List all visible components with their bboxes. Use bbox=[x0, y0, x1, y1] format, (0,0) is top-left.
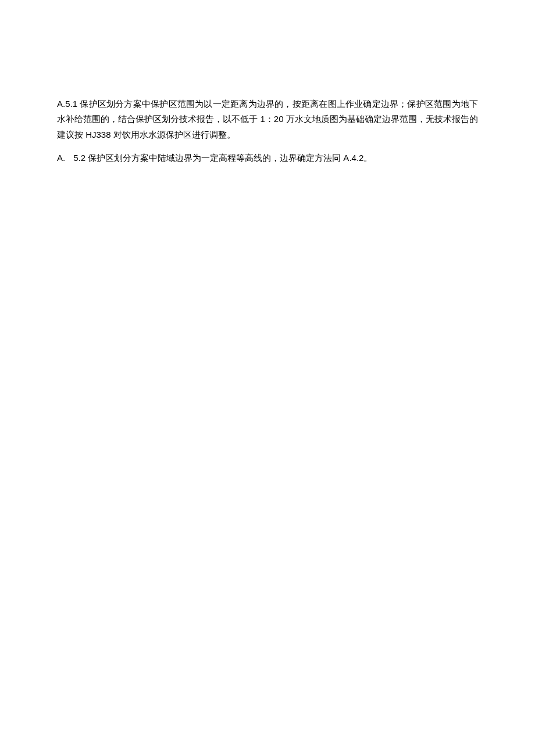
paragraph-text: 5.2 保护区划分方案中陆域边界为一定高程等高线的，边界确定方法同 A.4.2。 bbox=[73, 151, 478, 166]
list-marker: A. bbox=[57, 151, 65, 166]
list-gap bbox=[65, 151, 73, 166]
paragraph-text: A.5.1 保护区划分方案中保护区范围为以一定距离为边界的，按距离在图上作业确定… bbox=[57, 99, 478, 139]
paragraph-a51: A.5.1 保护区划分方案中保护区范围为以一定距离为边界的，按距离在图上作业确定… bbox=[57, 96, 478, 142]
paragraph-a52: A. 5.2 保护区划分方案中陆域边界为一定高程等高线的，边界确定方法同 A.4… bbox=[57, 151, 478, 166]
document-page: A.5.1 保护区划分方案中保护区范围为以一定距离为边界的，按距离在图上作业确定… bbox=[0, 0, 535, 166]
